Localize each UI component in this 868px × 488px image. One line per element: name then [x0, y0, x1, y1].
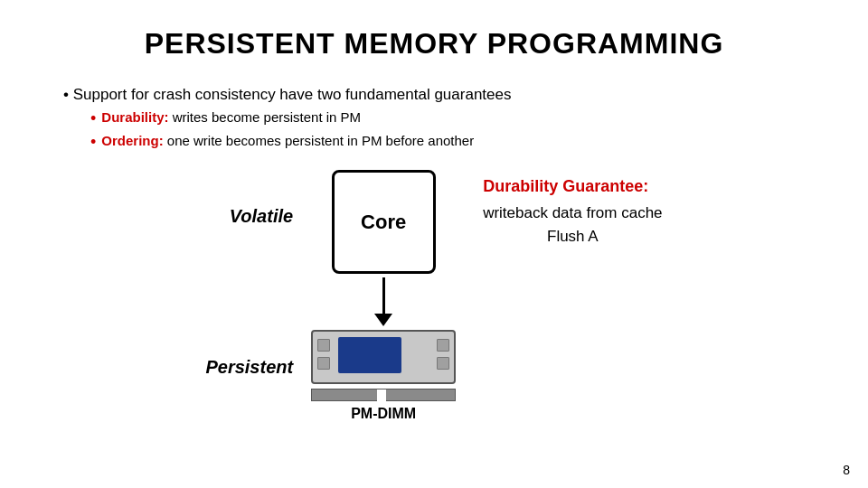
persistent-label: Persistent — [205, 357, 293, 378]
diagram-area: Volatile Persistent Core — [54, 170, 814, 422]
pm-dimm-container: PM-DIMM — [311, 330, 456, 422]
dimm-pins — [311, 389, 456, 401]
pin-notch — [377, 389, 386, 402]
sub-bullets-container: • Durability: writes become persistent i… — [90, 109, 814, 152]
arrow-line — [382, 277, 385, 314]
dimm-inner — [313, 332, 454, 382]
volatile-label: Volatile — [230, 206, 293, 227]
arrow-head — [374, 314, 392, 326]
arrow-down — [374, 277, 392, 326]
slide: PERSISTENT MEMORY PROGRAMMING • Support … — [0, 0, 868, 488]
main-bullet: • Support for crash consistency have two… — [63, 86, 814, 104]
dimm-chip-3 — [437, 339, 449, 352]
right-info: Durability Guarantee: writeback data fro… — [456, 170, 662, 248]
bullet-dot-2: • — [90, 133, 96, 153]
sub-bullet-1: • Durability: writes become persistent i… — [90, 109, 814, 129]
dimm-chip-4 — [437, 357, 449, 370]
slide-title: PERSISTENT MEMORY PROGRAMMING — [54, 27, 814, 61]
durability-title: Durability Guarantee: — [483, 177, 662, 196]
bullet-dot-1: • — [90, 109, 96, 129]
dimm-chip-1 — [317, 339, 330, 352]
sub-bullet-1-text: writes become persistent in PM — [169, 109, 362, 125]
core-box: Core — [332, 170, 436, 274]
pm-dimm-chip — [311, 330, 456, 384]
left-labels: Volatile Persistent — [205, 170, 311, 378]
keyword-durability: Durability: — [101, 109, 168, 125]
center-diagram: Core — [311, 170, 456, 422]
keyword-ordering: Ordering: — [101, 133, 163, 148]
sub-bullet-2-text: one write becomes persistent in PM befor… — [164, 133, 475, 148]
dimm-blue-block — [338, 337, 401, 373]
slide-number: 8 — [843, 463, 850, 477]
core-label: Core — [361, 211, 406, 234]
pm-dimm-label: PM-DIMM — [351, 406, 416, 422]
sub-bullet-2: • Ordering: one write becomes persistent… — [90, 133, 814, 153]
dimm-chip-2 — [317, 357, 330, 370]
durability-text: writeback data from cache Flush A — [483, 202, 662, 248]
